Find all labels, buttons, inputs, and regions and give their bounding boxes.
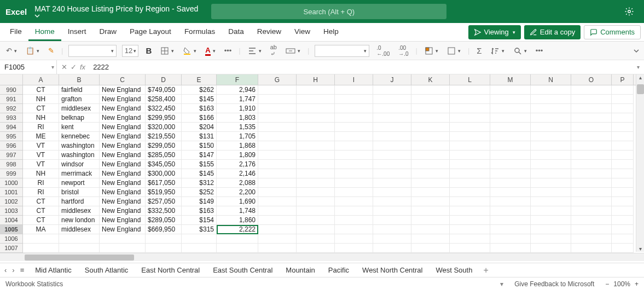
cell[interactable] xyxy=(612,244,634,253)
cell[interactable]: $300,000 xyxy=(146,169,182,178)
cell[interactable] xyxy=(100,244,146,253)
column-header-L[interactable]: L xyxy=(450,74,490,85)
cell[interactable] xyxy=(490,169,531,178)
cell[interactable]: CT xyxy=(23,85,59,95)
zoom-level[interactable]: 100% xyxy=(613,280,630,288)
cell[interactable] xyxy=(146,244,182,253)
cell[interactable] xyxy=(335,178,373,188)
column-header-E[interactable]: E xyxy=(182,74,217,85)
cell[interactable] xyxy=(297,216,335,225)
cell[interactable]: New England xyxy=(100,178,146,188)
cell[interactable]: VT xyxy=(23,160,59,169)
cell[interactable]: grafton xyxy=(59,95,100,104)
cell[interactable] xyxy=(335,244,373,253)
cell[interactable] xyxy=(411,244,450,253)
cell[interactable] xyxy=(571,95,612,104)
cell[interactable] xyxy=(490,141,531,151)
row-header[interactable]: 998 xyxy=(0,160,23,169)
cell[interactable]: $145 xyxy=(182,95,217,104)
select-all-corner[interactable] xyxy=(0,74,23,85)
cell[interactable] xyxy=(571,244,612,253)
cell[interactable]: 1,535 xyxy=(217,123,258,132)
column-header-F[interactable]: F xyxy=(217,74,258,85)
cell[interactable] xyxy=(258,197,297,206)
cell[interactable] xyxy=(531,113,571,123)
cell[interactable] xyxy=(612,206,634,216)
cell[interactable]: New England xyxy=(100,132,146,141)
cell[interactable] xyxy=(411,123,450,132)
horizontal-scrollbar[interactable] xyxy=(0,253,644,261)
collapse-ribbon-icon[interactable] xyxy=(633,48,640,54)
cell[interactable] xyxy=(531,188,571,197)
cell[interactable]: middlesex xyxy=(59,206,100,216)
column-header-I[interactable]: I xyxy=(335,74,373,85)
search-input[interactable]: Search (Alt + Q) xyxy=(211,4,446,19)
row-header[interactable]: 1006 xyxy=(0,234,23,244)
cell[interactable]: windsor xyxy=(59,160,100,169)
cell[interactable] xyxy=(297,113,335,123)
expand-formula-bar-icon[interactable]: ▾ xyxy=(637,64,644,70)
cell[interactable] xyxy=(411,132,450,141)
cell[interactable] xyxy=(531,141,571,151)
cell[interactable]: $519,950 xyxy=(146,188,182,197)
cell[interactable] xyxy=(335,216,373,225)
cell[interactable] xyxy=(335,95,373,104)
cell[interactable] xyxy=(531,160,571,169)
tab-help[interactable]: Help xyxy=(317,24,345,41)
cell[interactable]: $163 xyxy=(182,104,217,113)
sheet-tab-east-north-central[interactable]: East North Central xyxy=(136,264,205,276)
cell[interactable] xyxy=(612,197,634,206)
tab-home[interactable]: Home xyxy=(28,24,61,41)
cell[interactable] xyxy=(297,206,335,216)
cell[interactable] xyxy=(373,141,411,151)
column-header-G[interactable]: G xyxy=(258,74,297,85)
cell[interactable]: hartford xyxy=(59,197,100,206)
cell[interactable]: VT xyxy=(23,151,59,160)
cell[interactable]: 1,803 xyxy=(217,113,258,123)
cell[interactable] xyxy=(373,244,411,253)
cell[interactable] xyxy=(373,104,411,113)
cell[interactable] xyxy=(258,225,297,234)
cell[interactable] xyxy=(612,141,634,151)
cell[interactable]: 1,747 xyxy=(217,95,258,104)
cell[interactable] xyxy=(450,178,490,188)
row-header[interactable]: 1005 xyxy=(0,225,23,234)
row-header[interactable]: 1001 xyxy=(0,188,23,197)
cell[interactable] xyxy=(612,234,634,244)
cell[interactable] xyxy=(490,178,531,188)
cell[interactable]: 2,222 xyxy=(217,225,258,234)
cell[interactable]: 2,088 xyxy=(217,178,258,188)
cell[interactable] xyxy=(297,178,335,188)
cell[interactable] xyxy=(297,244,335,253)
cell[interactable]: belknap xyxy=(59,113,100,123)
cell[interactable]: new london xyxy=(59,216,100,225)
column-header-K[interactable]: K xyxy=(411,74,450,85)
cell[interactable] xyxy=(612,178,634,188)
tab-review[interactable]: Review xyxy=(251,24,288,41)
cell[interactable] xyxy=(411,169,450,178)
cell[interactable]: RI xyxy=(23,178,59,188)
row-header[interactable]: 997 xyxy=(0,151,23,160)
cell[interactable] xyxy=(490,132,531,141)
cell[interactable] xyxy=(571,169,612,178)
cell[interactable] xyxy=(612,151,634,160)
cell[interactable] xyxy=(297,188,335,197)
comments-button[interactable]: Comments xyxy=(584,25,641,39)
cell[interactable] xyxy=(490,113,531,123)
cell[interactable] xyxy=(297,234,335,244)
cell[interactable] xyxy=(531,132,571,141)
cell[interactable]: $289,050 xyxy=(146,216,182,225)
cell[interactable]: $299,950 xyxy=(146,113,182,123)
clipboard-button[interactable]: 📋▾ xyxy=(24,45,41,56)
cell[interactable] xyxy=(450,206,490,216)
fx-icon[interactable]: fx xyxy=(80,63,85,71)
cell[interactable] xyxy=(450,197,490,206)
merge-button[interactable]: ▾ xyxy=(284,46,302,56)
cell[interactable] xyxy=(490,225,531,234)
cell[interactable]: $345,050 xyxy=(146,160,182,169)
cell[interactable]: $258,400 xyxy=(146,95,182,104)
cell[interactable] xyxy=(571,141,612,151)
cell[interactable] xyxy=(217,234,258,244)
cell[interactable]: $252 xyxy=(182,188,217,197)
cell[interactable]: $163 xyxy=(182,206,217,216)
